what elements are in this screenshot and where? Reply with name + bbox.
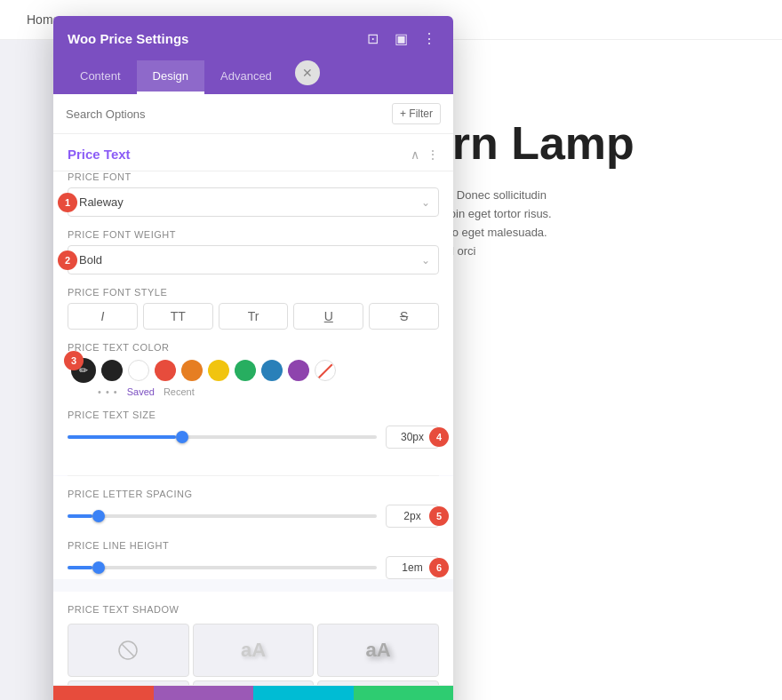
price-size-fill [68,435,176,439]
price-size-row: Price Text Size 4 [68,410,439,449]
tab-design[interactable]: Design [137,60,204,94]
color-strikethrough[interactable] [315,360,336,381]
price-font-select[interactable]: Raleway [68,187,439,217]
capitalize-button[interactable]: Tr [219,303,289,330]
price-size-thumb[interactable] [176,431,188,443]
price-size-value-wrapper: 4 [386,426,439,449]
price-height-thumb[interactable] [92,561,105,574]
shadow-section: Price Text Shadow aA aA aA [53,592,453,685]
search-input[interactable] [66,107,392,121]
price-font-label: Price Font [68,171,439,182]
price-height-value-wrapper: 6 [386,556,439,579]
section-collapse-icon[interactable]: ∧ [411,147,419,162]
color-white[interactable] [128,360,149,381]
panel-menu-icon[interactable]: ⋮ [419,28,439,48]
price-size-label: Price Text Size [68,410,439,420]
section-header-icons: ∧ ⋮ [411,147,439,162]
price-color-row: Price Text Color 3 ✏ [68,342,439,397]
shadow-light-text: aA [241,639,266,662]
color-yellow[interactable] [208,360,229,381]
settings-content: Price Font 1 Raleway ⌄ Price Font Weight… [53,171,453,475]
price-weight-label: Price Font Weight [68,229,439,240]
color-orange[interactable] [181,360,203,381]
svg-line-1 [122,644,134,656]
price-letter-thumb[interactable] [92,510,105,522]
price-font-select-wrapper: 1 Raleway ⌄ [68,187,439,217]
shadow-dark[interactable]: aA [68,680,189,685]
price-font-row: Price Font 1 Raleway ⌄ [68,171,439,217]
panel-close-button[interactable]: ✕ [295,60,320,85]
price-height-slider-wrapper [68,566,377,569]
color-purple[interactable] [288,360,309,381]
price-height-fill [68,566,92,569]
shadow-outline[interactable]: aA [193,680,315,685]
color-meta: • • • Saved Recent [98,386,439,397]
panel-toolbar: ✕ ↺ ↻ ✓ [53,685,453,700]
tab-advanced[interactable]: Advanced [204,60,288,94]
price-letter-slider-wrapper [68,514,377,518]
price-letter-fill [68,514,92,518]
italic-button[interactable]: I [68,303,138,330]
step-4-badge: 4 [429,427,449,447]
shadow-medium-text: aA [366,639,391,662]
shadow-grid: aA aA aA aA aA [68,624,439,685]
shadow-label: Price Text Shadow [68,604,439,615]
font-style-buttons: I TT Tr U S [68,303,439,330]
panel-expand-icon[interactable]: ⊡ [363,28,382,48]
step-3-badge: 3 [64,351,84,370]
save-button[interactable]: ✓ [354,686,454,700]
panel-layout-icon[interactable]: ▣ [391,28,411,48]
price-weight-row: Price Font Weight 2 Bold ⌄ [68,229,439,274]
shadow-deep[interactable]: aA [317,680,439,685]
tab-content[interactable]: Content [64,60,137,94]
reset-button[interactable]: ↺ [154,686,254,700]
price-style-label: Price Font Style [68,287,439,298]
color-recent-label[interactable]: Recent [164,386,195,397]
shadow-none[interactable] [68,624,189,677]
price-letter-row: Price Letter Spacing 5 [68,489,439,528]
price-weight-select-wrapper: 2 Bold ⌄ [68,245,439,274]
letter-spacing-section: Price Letter Spacing 5 Pric [53,476,453,579]
step-1-badge: 1 [58,193,77,212]
panel-body: Price Text ∧ ⋮ Price Font 1 Raleway ⌄ [53,134,453,685]
price-height-track [68,566,377,569]
redo-button[interactable]: ↻ [253,686,354,700]
price-color-label: Price Text Color [68,342,439,353]
uppercase-button[interactable]: TT [143,303,213,330]
underline-button[interactable]: U [293,303,363,330]
price-weight-select[interactable]: Bold [68,245,439,274]
section-more-icon[interactable]: ⋮ [427,147,439,162]
section-header: Price Text ∧ ⋮ [53,134,453,171]
color-saved-label[interactable]: Saved [127,386,155,397]
price-letter-track [68,514,377,518]
search-bar: + Filter [53,94,453,134]
panel-tabs: Content Design Advanced ✕ [53,60,453,94]
price-size-slider-wrapper [68,435,377,439]
price-height-label: Price Line Height [68,540,439,551]
section-title: Price Text [68,147,131,162]
shadow-light[interactable]: aA [193,624,315,677]
settings-panel: Woo Price Settings ⊡ ▣ ⋮ Content Design … [53,16,453,700]
color-eyedropper[interactable]: 3 ✏ [71,358,96,383]
shadow-medium[interactable]: aA [317,624,439,677]
color-green[interactable] [235,360,256,381]
price-size-slider-row: 4 [68,426,439,449]
price-height-slider-row: 6 [68,556,439,579]
color-blue[interactable] [261,360,283,381]
panel-header: Woo Price Settings ⊡ ▣ ⋮ [53,16,453,60]
strikethrough-button[interactable]: S [369,303,439,330]
filter-button[interactable]: + Filter [392,103,441,124]
panel-title: Woo Price Settings [68,31,188,46]
step-2-badge: 2 [58,251,77,270]
price-letter-value-wrapper: 5 [386,505,439,528]
price-size-track [68,435,377,439]
price-height-row: Price Line Height 6 [68,540,439,579]
price-letter-slider-row: 5 [68,505,439,528]
color-black[interactable] [101,360,123,381]
price-style-row: Price Font Style I TT Tr U S [68,287,439,330]
color-red[interactable] [155,360,176,381]
cancel-button[interactable]: ✕ [53,686,154,700]
step-6-badge: 6 [429,558,449,577]
color-dots[interactable]: • • • [98,386,118,397]
price-letter-label: Price Letter Spacing [68,489,439,499]
